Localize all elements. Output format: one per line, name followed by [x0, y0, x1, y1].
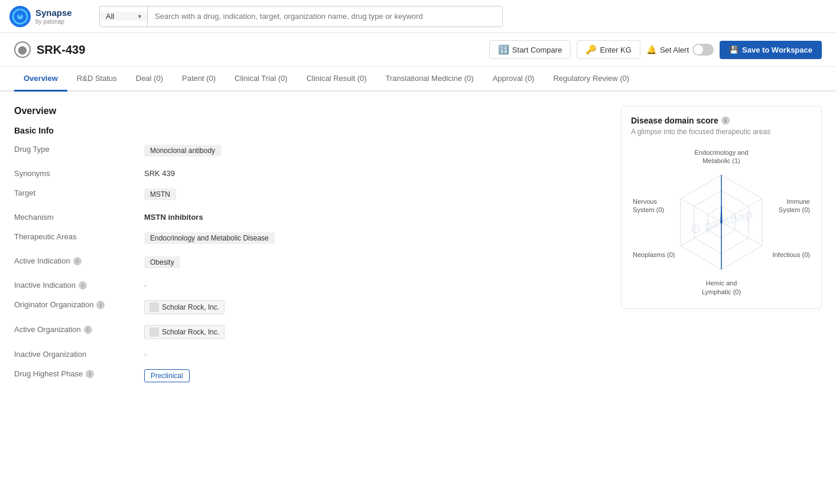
toggle-knob [694, 45, 703, 54]
tab-approval[interactable]: Approval (0) [483, 67, 544, 92]
drug-phase-value: Preclinical [144, 369, 607, 382]
toggle-control[interactable] [692, 44, 714, 56]
brand-sub: by patsnap [35, 18, 72, 25]
inactive-indication-row: Inactive Indication i - [14, 281, 607, 290]
radar-chart: Endocrinology andMetabolic (1) ImmuneSys… [633, 145, 810, 299]
target-label: Target [14, 188, 144, 197]
disease-domain-card: Disease domain score i A glimpse into th… [621, 106, 822, 309]
pill-icon: ⬤ [14, 41, 31, 58]
originator-org-value: Scholar Rock, Inc. [144, 300, 607, 314]
drug-type-value: Monoclonal antibody [144, 145, 607, 158]
inactive-indication-info-icon[interactable]: i [79, 281, 87, 290]
active-indication-tag: Obesity [144, 256, 180, 268]
label-infectious: Infectious (0) [772, 251, 810, 259]
basic-info-title: Basic Info [14, 126, 607, 135]
target-row: Target MSTN [14, 188, 607, 202]
drug-phase-label: Drug Highest Phase i [14, 369, 144, 378]
disease-domain-title: Disease domain score i [631, 116, 812, 125]
inactive-indication-value: - [144, 281, 607, 290]
therapeutic-areas-value: Endocrinology and Metabolic Disease [144, 232, 607, 246]
disease-domain-info-icon[interactable]: i [721, 116, 730, 125]
therapeutic-area-tag: Endocrinology and Metabolic Disease [144, 232, 275, 244]
synonyms-row: Synonyms SRK 439 [14, 169, 607, 178]
org-icon [149, 303, 159, 312]
inactive-org-value: - [144, 350, 607, 359]
target-tag[interactable]: MSTN [144, 188, 176, 200]
tab-overview[interactable]: Overview [14, 67, 67, 92]
logo-icon [9, 6, 31, 27]
synonyms-label: Synonyms [14, 169, 144, 178]
tab-clinical-result[interactable]: Clinical Result (0) [297, 67, 376, 92]
active-indication-info-icon[interactable]: i [73, 257, 82, 265]
logo-area: Synapse by patsnap [9, 6, 92, 27]
org-icon-2 [149, 327, 159, 337]
filter-dropdown[interactable]: All Drug Target [100, 6, 147, 27]
active-org-tag[interactable]: Scholar Rock, Inc. [144, 325, 225, 339]
drug-phase-row: Drug Highest Phase i Preclinical [14, 369, 607, 382]
label-neoplasms: Neoplasms (0) [633, 251, 675, 259]
label-nervous: NervousSystem (0) [633, 197, 664, 214]
originator-org-info-icon[interactable]: i [96, 301, 105, 309]
right-panel: Disease domain score i A glimpse into th… [621, 106, 822, 393]
drug-name: SRK-439 [37, 43, 85, 57]
compare-icon: 🔢 [498, 44, 509, 55]
drug-title: ⬤ SRK-439 [14, 41, 85, 58]
disease-domain-subtitle: A glimpse into the focused therapeutic a… [631, 128, 812, 136]
drug-type-label: Drug Type [14, 145, 144, 154]
active-org-info-icon[interactable]: i [84, 326, 92, 334]
search-input[interactable] [148, 12, 502, 21]
synonyms-value: SRK 439 [144, 169, 607, 178]
drug-type-tag: Monoclonal antibody [144, 145, 221, 157]
search-input-wrap[interactable] [148, 6, 502, 27]
enter-kg-button[interactable]: 🔑 Enter KG [577, 40, 640, 59]
main-content: Overview Basic Info Drug Type Monoclonal… [0, 92, 836, 407]
mechanism-label: Mechanism [14, 213, 144, 222]
save-icon: 💾 [729, 45, 739, 54]
label-hemic: Hemic andLymphatic (0) [702, 279, 741, 296]
label-immune: ImmuneSystem (0) [779, 197, 810, 214]
filter-select[interactable]: All Drug Target [100, 12, 147, 21]
active-indication-label: Active Indication i [14, 256, 144, 265]
alert-icon: 🔔 [646, 45, 656, 54]
brand-name: Synapse [35, 8, 72, 18]
inactive-indication-label: Inactive Indication i [14, 281, 144, 290]
logo-text: Synapse by patsnap [35, 8, 72, 25]
active-org-label: Active Organization i [14, 325, 144, 334]
therapeutic-areas-row: Therapeutic Areas Endocrinology and Meta… [14, 232, 607, 246]
start-compare-button[interactable]: 🔢 Start Compare [489, 40, 571, 59]
inactive-org-row: Inactive Organization - [14, 350, 607, 359]
top-bar: Synapse by patsnap All Drug Target [0, 0, 836, 33]
radar-svg [633, 145, 810, 299]
originator-org-row: Originator Organization i Scholar Rock, … [14, 300, 607, 314]
active-org-row: Active Organization i Scholar Rock, Inc. [14, 325, 607, 339]
mechanism-row: Mechanism MSTN inhibitors [14, 213, 607, 222]
tab-rd-status[interactable]: R&D Status [67, 67, 126, 92]
tab-regulatory-review[interactable]: Regulatory Review (0) [544, 67, 639, 92]
left-panel: Overview Basic Info Drug Type Monoclonal… [14, 106, 607, 393]
drug-actions: 🔢 Start Compare 🔑 Enter KG 🔔 Set Alert 💾… [489, 40, 822, 59]
target-value: MSTN [144, 188, 607, 202]
set-alert-toggle[interactable]: 🔔 Set Alert [646, 44, 714, 56]
save-workspace-button[interactable]: 💾 Save to Workspace [720, 41, 822, 59]
search-filter-container: All Drug Target [99, 6, 503, 27]
drug-type-row: Drug Type Monoclonal antibody [14, 145, 607, 158]
tab-deal[interactable]: Deal (0) [126, 67, 173, 92]
drug-bar: ⬤ SRK-439 🔢 Start Compare 🔑 Enter KG 🔔 S… [0, 33, 836, 67]
tab-translational-medicine[interactable]: Translational Medicine (0) [376, 67, 483, 92]
tabs-bar: Overview R&D Status Deal (0) Patent (0) … [0, 67, 836, 92]
originator-org-tag[interactable]: Scholar Rock, Inc. [144, 300, 225, 314]
therapeutic-areas-label: Therapeutic Areas [14, 232, 144, 241]
inactive-org-label: Inactive Organization [14, 350, 144, 359]
kg-icon: 🔑 [585, 44, 597, 55]
drug-phase-info-icon[interactable]: i [86, 370, 94, 378]
active-indication-row: Active Indication i Obesity [14, 256, 607, 270]
drug-phase-tag: Preclinical [144, 369, 190, 382]
active-indication-value: Obesity [144, 256, 607, 270]
tab-patent[interactable]: Patent (0) [173, 67, 225, 92]
label-endocrinology: Endocrinology andMetabolic (1) [694, 148, 748, 165]
mechanism-value: MSTN inhibitors [144, 213, 607, 222]
overview-section-title: Overview [14, 106, 607, 116]
tab-clinical-trial[interactable]: Clinical Trial (0) [225, 67, 297, 92]
originator-org-label: Originator Organization i [14, 300, 144, 309]
active-org-value: Scholar Rock, Inc. [144, 325, 607, 339]
